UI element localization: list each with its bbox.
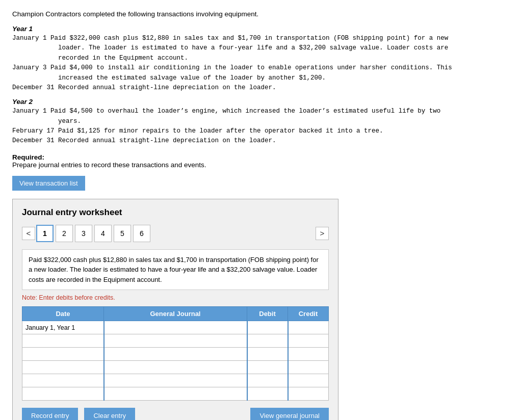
- row2-journal-cell[interactable]: [104, 334, 247, 348]
- row5-debit-input[interactable]: [248, 374, 288, 387]
- row2-debit-input[interactable]: [248, 334, 288, 347]
- tab-3[interactable]: 3: [75, 225, 92, 242]
- required-section: Required: Prepare journal entries to rec…: [12, 153, 510, 169]
- row4-debit-cell[interactable]: [247, 361, 288, 374]
- table-row: [22, 361, 329, 374]
- row6-credit-cell[interactable]: [288, 387, 329, 401]
- view-transaction-button[interactable]: View transaction list: [12, 176, 85, 191]
- row1-journal-input[interactable]: [105, 321, 247, 334]
- year1-jan1-date: January 1: [12, 35, 47, 42]
- col-date-header: Date: [22, 307, 104, 321]
- year2-feb17-date: February 17: [12, 127, 55, 135]
- row3-journal-cell[interactable]: [104, 348, 247, 361]
- transaction-description: Paid $322,000 cash plus $12,880 in sales…: [22, 249, 329, 291]
- row5-credit-cell[interactable]: [288, 374, 329, 387]
- row6-date: [22, 387, 104, 401]
- tab-2[interactable]: 2: [56, 225, 73, 242]
- row4-credit-cell[interactable]: [288, 361, 329, 374]
- row3-credit-cell[interactable]: [288, 348, 329, 361]
- year1-header: Year 1: [12, 25, 510, 33]
- row4-credit-input[interactable]: [289, 361, 329, 374]
- tabs-navigation: < 1 2 3 4 5 6 >: [22, 225, 329, 242]
- tab-6[interactable]: 6: [133, 225, 150, 242]
- row1-credit-cell[interactable]: [288, 321, 329, 334]
- row6-debit-cell[interactable]: [247, 387, 288, 401]
- row2-debit-cell[interactable]: [247, 334, 288, 348]
- row5-credit-input[interactable]: [289, 374, 329, 387]
- tab-4[interactable]: 4: [94, 225, 112, 242]
- col-debit-header: Debit: [247, 307, 288, 321]
- row3-date: [22, 348, 104, 361]
- intro-text: Champion Contractors completed the follo…: [12, 10, 510, 18]
- year1-dec31-date: December 31: [12, 84, 55, 91]
- table-row: [22, 348, 329, 361]
- row4-journal-cell[interactable]: [104, 361, 247, 374]
- year2-jan1-date: January 1: [12, 108, 47, 115]
- note-text: Note: Enter debits before credits.: [22, 294, 329, 301]
- row2-credit-input[interactable]: [289, 334, 329, 347]
- bottom-buttons: Record entry Clear entry View general jo…: [22, 408, 329, 420]
- row4-date: [22, 361, 104, 374]
- row2-journal-input[interactable]: [105, 334, 247, 347]
- table-row: [22, 374, 329, 387]
- row3-journal-input[interactable]: [105, 348, 247, 360]
- table-row: January 1, Year 1: [22, 321, 329, 334]
- row1-journal-cell[interactable]: [104, 321, 247, 334]
- row4-debit-input[interactable]: [248, 361, 288, 374]
- row3-debit-cell[interactable]: [247, 348, 288, 361]
- table-row: [22, 387, 329, 401]
- row4-journal-input[interactable]: [105, 361, 247, 374]
- required-label: Required:: [12, 153, 44, 161]
- tab-1[interactable]: 1: [36, 225, 54, 242]
- row6-journal-input[interactable]: [105, 387, 247, 400]
- row3-debit-input[interactable]: [248, 348, 288, 360]
- row6-credit-input[interactable]: [289, 387, 329, 400]
- row1-debit-cell[interactable]: [247, 321, 288, 334]
- row5-journal-cell[interactable]: [104, 374, 247, 387]
- year2-header: Year 2: [12, 98, 510, 106]
- row5-debit-cell[interactable]: [247, 374, 288, 387]
- tab-next-arrow[interactable]: >: [316, 227, 329, 240]
- row3-credit-input[interactable]: [289, 348, 329, 360]
- row6-debit-input[interactable]: [248, 387, 288, 400]
- row5-date: [22, 374, 104, 387]
- worksheet-title: Journal entry worksheet: [22, 207, 329, 218]
- journal-table: Date General Journal Debit Credit Januar…: [22, 306, 329, 401]
- year2-transactions: January 1 Paid $4,500 to overhaul the lo…: [12, 107, 510, 146]
- clear-entry-button[interactable]: Clear entry: [84, 408, 135, 420]
- col-credit-header: Credit: [288, 307, 329, 321]
- year1-transactions: January 1 Paid $322,000 cash plus $12,88…: [12, 34, 510, 93]
- row1-date: January 1, Year 1: [22, 321, 104, 334]
- record-entry-button[interactable]: Record entry: [22, 408, 78, 420]
- tab-5[interactable]: 5: [114, 225, 131, 242]
- row2-credit-cell[interactable]: [288, 334, 329, 348]
- row1-credit-input[interactable]: [289, 321, 329, 334]
- worksheet-container: Journal entry worksheet < 1 2 3 4 5 6 > …: [12, 199, 338, 420]
- tab-prev-arrow[interactable]: <: [22, 227, 35, 240]
- year2-dec31-date: December 31: [12, 137, 55, 144]
- table-row: [22, 334, 329, 348]
- row5-journal-input[interactable]: [105, 374, 247, 387]
- required-text: Prepare journal entries to record these …: [12, 161, 206, 169]
- row6-journal-cell[interactable]: [104, 387, 247, 401]
- row2-date: [22, 334, 104, 348]
- view-general-journal-button[interactable]: View general journal: [250, 408, 329, 420]
- col-journal-header: General Journal: [104, 307, 247, 321]
- row1-debit-input[interactable]: [248, 321, 288, 334]
- year1-jan3-date: January 3: [12, 64, 47, 71]
